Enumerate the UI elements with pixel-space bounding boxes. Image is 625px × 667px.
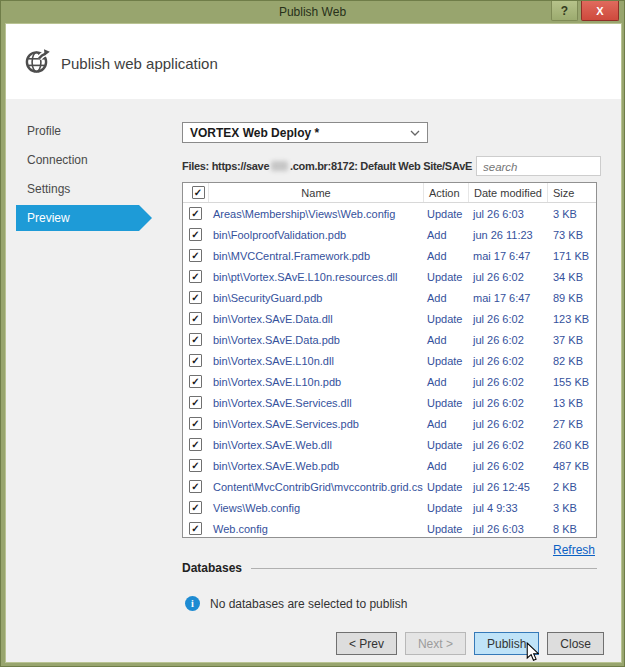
row-checkbox[interactable]: ✓ [189,459,202,472]
cell-action: Add [423,460,468,472]
cell-action: Update [423,313,468,325]
cell-action: Add [423,229,468,241]
row-checkbox[interactable]: ✓ [189,480,202,493]
cell-size: 82 KB [547,355,596,367]
cell-name: bin\Vortex.SAvE.L10n.pdb [208,376,423,388]
row-checkbox[interactable]: ✓ [189,249,202,262]
table-row[interactable]: ✓bin\Vortex.SAvE.Data.dllUpdatejul 26 6:… [183,308,596,329]
cell-date: jul 26 6:02 [468,439,547,451]
row-checkbox[interactable]: ✓ [189,522,202,535]
header-checkbox-cell: ✓ [183,183,208,202]
mouse-cursor-icon [526,642,539,662]
cell-size: 13 KB [547,397,596,409]
column-header-name[interactable]: Name [208,183,423,202]
table-row[interactable]: ✓Views\Web.configUpdatejul 4 9:333 KB [183,497,596,518]
databases-info-message: No databases are selected to publish [210,597,407,611]
table-row[interactable]: ✓bin\Vortex.SAvE.Services.pdbAddjul 26 6… [183,413,596,434]
cell-name: Areas\Membership\Views\Web.config [208,208,423,220]
row-checkbox[interactable]: ✓ [189,291,202,304]
sidebar-item-label: Preview [27,211,70,225]
row-checkbox[interactable]: ✓ [189,501,202,514]
cell-size: 37 KB [547,334,596,346]
search-input[interactable] [477,158,600,176]
row-checkbox[interactable]: ✓ [189,228,202,241]
cell-size: 2 KB [547,481,596,493]
row-checkbox[interactable]: ✓ [189,438,202,451]
cell-action: Update [423,439,468,451]
files-url-suffix: .com.br:8172: Default Web Site/SAvE [290,160,472,172]
cell-date: jul 26 6:03 [468,523,547,535]
cell-size: 73 KB [547,229,596,241]
cell-name: bin\pt\Vortex.SAvE.L10n.resources.dll [208,271,423,283]
cell-name: bin\Vortex.SAvE.L10n.dll [208,355,423,367]
table-row[interactable]: ✓bin\Vortex.SAvE.Web.pdbAddjul 26 6:0248… [183,455,596,476]
cell-name: bin\Vortex.SAvE.Services.pdb [208,418,423,430]
column-header-size[interactable]: Size [547,183,596,202]
cell-size: 487 KB [547,460,596,472]
row-checkbox[interactable]: ✓ [189,207,202,220]
table-row[interactable]: ✓bin\Vortex.SAvE.Web.dllUpdatejul 26 6:0… [183,434,596,455]
close-window-button[interactable]: x [581,1,619,21]
publish-button[interactable]: Publish [474,632,539,655]
cell-name: bin\Vortex.SAvE.Services.dll [208,397,423,409]
next-button[interactable]: Next > [405,632,466,655]
column-header-date-modified[interactable]: Date modified [468,183,547,202]
row-checkbox[interactable]: ✓ [189,354,202,367]
files-preview-table: ✓ Name Action Date modified Size ✓Areas\… [182,182,597,538]
table-row[interactable]: ✓bin\Vortex.SAvE.Data.pdbAddjul 26 6:023… [183,329,596,350]
row-checkbox[interactable]: ✓ [189,312,202,325]
cell-action: Update [423,502,468,514]
cell-action: Update [423,355,468,367]
cell-name: Views\Web.config [208,502,423,514]
titlebar[interactable]: Publish Web [1,1,624,23]
cell-action: Update [423,523,468,535]
cell-size: 3 KB [547,502,596,514]
table-row[interactable]: ✓Content\MvcContribGrid\mvccontrib.grid.… [183,476,596,497]
sidebar-item-settings[interactable]: Settings [6,176,166,202]
close-icon: x [596,5,603,17]
table-row[interactable]: ✓bin\pt\Vortex.SAvE.L10n.resources.dllUp… [183,266,596,287]
row-checkbox[interactable]: ✓ [189,333,202,346]
table-row[interactable]: ✓bin\Vortex.SAvE.L10n.dllUpdatejul 26 6:… [183,350,596,371]
cell-size: 3 KB [547,208,596,220]
table-row[interactable]: ✓bin\SecurityGuard.pdbAddmai 17 6:4789 K… [183,287,596,308]
globe-publish-icon [24,48,51,79]
cell-name: bin\SecurityGuard.pdb [208,292,423,304]
prev-button[interactable]: < Prev [336,632,397,655]
info-icon: i [185,596,200,611]
table-row[interactable]: ✓bin\FoolproofValidation.pdbAddjun 26 11… [183,224,596,245]
cell-action: Add [423,376,468,388]
close-button[interactable]: Close [547,632,604,655]
column-header-action[interactable]: Action [423,183,468,202]
table-row[interactable]: ✓bin\MVCCentral.Framework.pdbAddmai 17 6… [183,245,596,266]
row-checkbox[interactable]: ✓ [189,375,202,388]
profile-dropdown[interactable]: VORTEX Web Deploy * [182,122,428,143]
cell-action: Add [423,250,468,262]
row-checkbox[interactable]: ✓ [189,417,202,430]
sidebar-item-profile[interactable]: Profile [6,118,166,144]
files-url-prefix: Files: https://save [182,160,269,172]
cell-size: 8 KB [547,523,596,535]
sidebar-item-label: Settings [27,182,70,196]
select-all-checkbox[interactable]: ✓ [192,186,205,199]
table-row[interactable]: ✓bin\Vortex.SAvE.Services.dllUpdatejul 2… [183,392,596,413]
table-row[interactable]: ✓bin\Vortex.SAvE.L10n.pdbAddjul 26 6:021… [183,371,596,392]
table-row[interactable]: ✓Areas\Membership\Views\Web.configUpdate… [183,203,596,224]
cell-action: Update [423,397,468,409]
refresh-link[interactable]: Refresh [553,543,595,557]
sidebar-item-connection[interactable]: Connection [6,147,166,173]
cell-date: jul 26 12:45 [468,481,547,493]
cell-date: jul 26 6:02 [468,334,547,346]
cell-name: bin\Vortex.SAvE.Data.dll [208,313,423,325]
row-checkbox[interactable]: ✓ [189,396,202,409]
cell-action: Add [423,418,468,430]
cell-action: Add [423,292,468,304]
dialog-header: Publish web application [6,24,621,99]
row-checkbox[interactable]: ✓ [189,270,202,283]
table-row[interactable]: ✓Web.configUpdatejul 26 6:038 KB [183,518,596,539]
sidebar-item-preview[interactable]: Preview [16,205,139,231]
table-body: ✓Areas\Membership\Views\Web.configUpdate… [183,203,596,539]
cell-date: jun 26 11:23 [468,229,547,241]
publish-button-label: Publish [487,637,526,651]
help-button[interactable]: ? [551,1,578,21]
